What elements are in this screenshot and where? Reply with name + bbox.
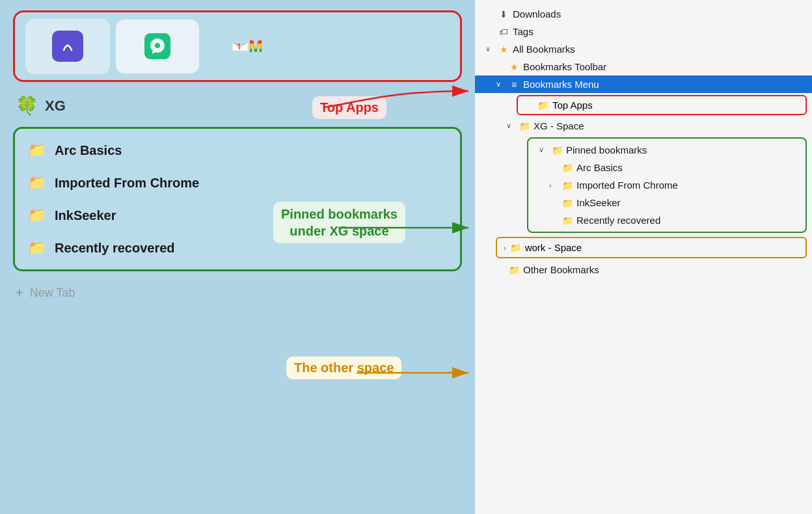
pinned-bookmarks-tree-box: ∨ 📁 Pinned bookmarks 📁 Arc Basics › 📁 Im…	[527, 137, 807, 233]
gmail-app-icon[interactable]: M M	[205, 19, 290, 74]
space-emoji: 🍀	[16, 95, 38, 116]
pinned-item-imported[interactable]: 📁 Imported From Chrome	[15, 167, 460, 199]
pinned-bookmarks-list: 📁 Arc Basics 📁 Imported From Chrome 📁 In…	[13, 127, 462, 271]
pinned-bookmarks-label: Pinned bookmarks	[566, 144, 647, 156]
other-bookmarks-folder-icon: 📁	[509, 265, 519, 275]
tree-item-xg-space[interactable]: ∨ 📁 XG - Space	[475, 117, 812, 135]
imported-tree-label: Imported From Chrome	[576, 180, 678, 191]
download-icon: ⬇	[498, 9, 509, 20]
recently-recovered-folder-icon: 📁	[562, 215, 573, 226]
tree-item-downloads[interactable]: ⬇ Downloads	[475, 5, 812, 23]
bookmarks-menu-label: Bookmarks Menu	[523, 79, 599, 90]
tree-item-bookmarks-menu[interactable]: ∨ ≡ Bookmarks Menu	[475, 75, 812, 93]
tree-item-imported-right[interactable]: › 📁 Imported From Chrome	[528, 176, 805, 194]
work-space-label: work - Space	[525, 242, 582, 253]
new-tab-label: New Tab	[30, 286, 75, 300]
new-tab-button[interactable]: + New Tab	[0, 279, 475, 307]
xg-space-label: XG - Space	[534, 120, 584, 131]
folder-icon-recently-recovered: 📁	[28, 239, 46, 256]
tree-item-bookmarks-toolbar[interactable]: ★ Bookmarks Toolbar	[475, 58, 812, 75]
pinned-item-label-inkseeker: InkSeeker	[55, 208, 116, 223]
recently-recovered-tree-label: Recently recovered	[576, 215, 660, 226]
tags-label: Tags	[513, 26, 534, 37]
plus-icon: +	[16, 286, 23, 301]
pinned-item-label-imported: Imported From Chrome	[55, 176, 199, 191]
xg-chevron: ∨	[506, 122, 515, 130]
folder-icon-imported: 📁	[28, 174, 46, 191]
annotation-top-apps: Top Apps	[312, 96, 386, 119]
folder-icon-arc-basics: 📁	[28, 142, 46, 159]
arc-basics-tree-label: Arc Basics	[576, 162, 623, 173]
chatgpt-icon	[142, 31, 173, 62]
tags-icon: 🏷	[498, 27, 509, 37]
arc-sidebar: M M 🍀 XG 📁 Arc Basics	[0, 0, 475, 514]
top-apps-folder-icon: 📁	[537, 100, 548, 111]
downloads-label: Downloads	[513, 8, 561, 20]
bookmark-tree: ⬇ Downloads 🏷 Tags ∨ ★ All Bookmarks ★ B…	[475, 0, 812, 284]
tree-item-all-bookmarks[interactable]: ∨ ★ All Bookmarks	[475, 40, 812, 58]
inkseeker-folder-icon: 📁	[562, 198, 573, 208]
folder-icon-inkseeker: 📁	[28, 207, 46, 224]
xg-folder-icon: 📁	[519, 121, 530, 131]
tree-item-work-space[interactable]: › 📁 work - Space	[496, 237, 807, 258]
space-header: 🍀 XG	[0, 90, 475, 124]
tree-item-pinned-bookmarks[interactable]: ∨ 📁 Pinned bookmarks	[528, 141, 805, 159]
all-bookmarks-chevron: ∨	[485, 45, 494, 53]
tree-item-top-apps[interactable]: 📁 Top Apps	[517, 95, 807, 115]
work-space-chevron: ›	[504, 244, 506, 252]
gmail-icon: M M	[232, 31, 263, 62]
all-bookmarks-label: All Bookmarks	[513, 44, 575, 55]
arc-app-icon[interactable]	[25, 19, 110, 74]
toolbar-star-icon: ★	[509, 62, 519, 72]
pinned-folder-icon: 📁	[552, 145, 562, 156]
top-apps-bar: M M	[13, 10, 462, 82]
other-bookmarks-label: Other Bookmarks	[523, 264, 599, 275]
annotation-pinned: Pinned bookmarks under XG space	[273, 202, 405, 243]
top-apps-tree-label: Top Apps	[552, 100, 593, 111]
pinned-item-arc-basics[interactable]: 📁 Arc Basics	[15, 134, 460, 167]
arc-basics-folder-icon: 📁	[562, 163, 573, 173]
imported-chevron: ›	[549, 182, 558, 189]
annotation-other-space: The other space	[286, 357, 401, 379]
work-space-folder-icon: 📁	[510, 243, 521, 253]
tree-item-tags[interactable]: 🏷 Tags	[475, 23, 812, 40]
chatgpt-app-icon[interactable]	[115, 19, 200, 74]
menu-icon: ≡	[509, 79, 519, 90]
inkseeker-tree-label: InkSeeker	[576, 197, 621, 208]
pinned-item-label-recently-recovered: Recently recovered	[55, 241, 175, 256]
svg-point-2	[155, 43, 160, 48]
tree-item-recently-recovered-right[interactable]: 📁 Recently recovered	[528, 211, 805, 229]
space-name: XG	[45, 98, 66, 115]
pinned-item-label-arc-basics: Arc Basics	[55, 143, 122, 158]
star-icon: ★	[498, 44, 509, 55]
pinned-chevron: ∨	[539, 146, 548, 154]
bookmarks-toolbar-label: Bookmarks Toolbar	[523, 61, 606, 72]
imported-folder-icon: 📁	[562, 180, 573, 191]
tree-item-arc-basics-right[interactable]: 📁 Arc Basics	[528, 159, 805, 176]
arc-icon	[52, 31, 83, 62]
menu-chevron: ∨	[496, 80, 505, 88]
tree-item-inkseeker-right[interactable]: 📁 InkSeeker	[528, 194, 805, 211]
tree-item-other-bookmarks[interactable]: 📁 Other Bookmarks	[475, 261, 812, 278]
bookmarks-panel: ⬇ Downloads 🏷 Tags ∨ ★ All Bookmarks ★ B…	[475, 0, 812, 514]
